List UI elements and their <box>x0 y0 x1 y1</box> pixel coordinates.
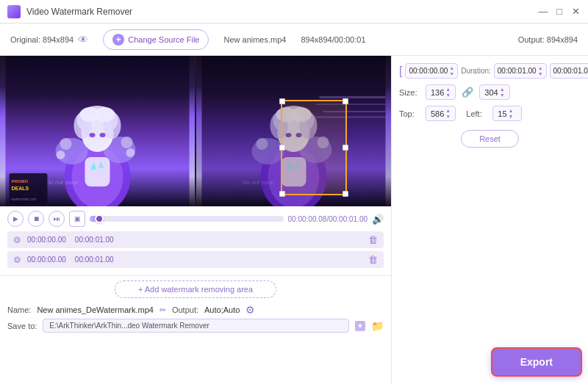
svg-point-15 <box>95 107 115 122</box>
save-path-dropdown[interactable]: ▼ <box>355 321 365 331</box>
width-input[interactable]: 136 ▲ ▼ <box>426 84 456 100</box>
right-panel-spacer <box>398 153 582 341</box>
duration-up[interactable]: ▲ <box>538 65 543 70</box>
mark-button[interactable]: ▣ <box>69 211 85 227</box>
start-time-up[interactable]: ▲ <box>449 65 454 70</box>
width-value: 136 <box>431 88 444 97</box>
time-range-row: [ 00:00:00.00 ▲ ▼ Duration: 00:00:01.00 … <box>398 63 582 79</box>
export-button[interactable]: Export <box>491 347 582 377</box>
track-end-1: 00:00:01.00 <box>75 236 114 244</box>
left-spinner[interactable]: ▲ ▼ <box>509 108 514 119</box>
original-video-panel[interactable]: Do not steal PROMO DEALS watermark.com <box>0 56 195 206</box>
svg-point-7 <box>57 151 65 159</box>
stop-button[interactable]: ⏹ <box>28 211 44 227</box>
end-time-input[interactable]: 00:00:01.00 ▲ ▼ <box>550 63 588 79</box>
top-input[interactable]: 586 ▲ ▼ <box>426 106 456 121</box>
left-input[interactable]: 15 ▲ ▼ <box>492 106 522 121</box>
resize-handle-br[interactable] <box>343 191 348 197</box>
start-time-input[interactable]: 00:00:00.00 ▲ ▼ <box>405 63 458 79</box>
duration-spinner[interactable]: ▲ ▼ <box>538 65 543 76</box>
svg-point-17 <box>100 133 106 137</box>
output-settings-icon[interactable]: ⚙ <box>245 304 255 316</box>
left-label: Left: <box>466 109 488 118</box>
output-value: Auto;Auto <box>204 305 240 314</box>
app-icon <box>7 5 21 18</box>
height-input[interactable]: 304 ▲ ▼ <box>479 84 509 100</box>
play-button[interactable]: ▶ <box>7 211 24 227</box>
file-name-value: New animes_DeWatermark.mp4 <box>37 305 154 314</box>
left-up[interactable]: ▲ <box>509 108 514 113</box>
reset-button[interactable]: Reset <box>461 130 519 148</box>
original-video-svg: Do not steal PROMO DEALS watermark.com <box>0 56 195 206</box>
bottom-bar: + Add watermark removing area Name: New … <box>0 275 391 337</box>
track-delete-2[interactable]: 🗑 <box>368 254 378 265</box>
next-frame-button[interactable]: ⏭ <box>49 211 65 227</box>
top-spinner[interactable]: ▲ ▼ <box>445 108 451 119</box>
svg-text:watermark.com: watermark.com <box>12 197 37 201</box>
progress-bar[interactable] <box>90 216 284 222</box>
save-row: Save to: E:\ArkThinker\ArkThin...deo Wat… <box>7 319 384 333</box>
resize-handle-ml[interactable] <box>279 145 285 151</box>
svg-text:Do not steal: Do not steal <box>243 179 274 186</box>
track-delete-1[interactable]: 🗑 <box>368 234 378 245</box>
position-row: Top: 586 ▲ ▼ Left: 15 ▲ ▼ <box>398 106 582 121</box>
duration-label: Duration: <box>461 67 491 75</box>
left-value: 15 <box>498 109 506 118</box>
main-toolbar: Original: 894x894 👁 + Change Source File… <box>0 23 588 56</box>
svg-text:Do not steal: Do not steal <box>46 179 78 186</box>
right-panel: [ 00:00:00.00 ▲ ▼ Duration: 00:00:01.00 … <box>391 56 588 384</box>
resize-handle-tl[interactable] <box>279 98 285 104</box>
svg-text:PROMO: PROMO <box>12 179 29 184</box>
progress-thumb[interactable] <box>95 214 104 223</box>
add-watermark-area-button[interactable]: + Add watermark removing area <box>115 280 276 298</box>
height-spinner[interactable]: ▲ ▼ <box>500 87 505 98</box>
volume-icon[interactable]: 🔊 <box>372 214 384 225</box>
bracket-open: [ <box>399 65 402 78</box>
maximize-button[interactable]: □ <box>554 7 564 17</box>
resize-handle-tr[interactable] <box>343 98 348 104</box>
edit-filename-icon[interactable]: ✏ <box>159 305 166 315</box>
start-time-down[interactable]: ▼ <box>449 71 454 76</box>
track-row: ⚙ 00:00:00.00 00:00:01.00 🗑 <box>7 231 384 248</box>
filename-label: New animes.mp4 <box>223 35 286 44</box>
svg-text:DEALS: DEALS <box>12 186 29 191</box>
height-down[interactable]: ▼ <box>500 93 505 98</box>
track-end-2: 00:00:01.00 <box>75 256 114 264</box>
original-label: Original: 894x894 <box>10 35 74 44</box>
timeline-area: ▶ ⏹ ⏭ ▣ 00:00:00.08/00:00:01.00 🔊 ⚙ <box>0 206 391 275</box>
output-video-panel[interactable]: Do not steal <box>196 56 391 206</box>
duration-input[interactable]: 00:00:01.00 ▲ ▼ <box>494 63 547 79</box>
open-folder-icon[interactable]: 📁 <box>371 320 384 332</box>
svg-point-30 <box>257 138 268 150</box>
height-up[interactable]: ▲ <box>500 87 505 92</box>
top-down[interactable]: ▼ <box>445 114 451 119</box>
selection-box[interactable] <box>281 100 347 195</box>
current-time: 00:00:00.08 <box>288 215 327 223</box>
add-area-label: + Add watermark removing area <box>138 285 253 294</box>
meta-label: 894x894/00:00:01 <box>301 35 365 44</box>
link-dimensions-icon[interactable]: 🔗 <box>462 87 473 98</box>
svg-point-5 <box>60 138 72 150</box>
change-source-button[interactable]: + Change Source File <box>103 29 209 50</box>
start-time-spinner[interactable]: ▲ ▼ <box>449 65 454 76</box>
start-time-value: 00:00:00.00 <box>409 67 448 75</box>
watermark-track-icon-2: ⚙ <box>13 255 21 265</box>
width-down[interactable]: ▼ <box>445 93 451 98</box>
resize-handle-mr[interactable] <box>343 145 348 151</box>
resize-handle-bl[interactable] <box>279 191 285 197</box>
width-up[interactable]: ▲ <box>445 87 451 92</box>
top-value: 586 <box>431 109 444 118</box>
left-down[interactable]: ▼ <box>509 114 514 119</box>
titlebar: Video Watermark Remover — □ ✕ <box>0 0 588 23</box>
svg-point-8 <box>126 148 135 157</box>
close-button[interactable]: ✕ <box>570 7 581 17</box>
top-up[interactable]: ▲ <box>445 108 451 113</box>
track-start-1: 00:00:00.00 <box>27 236 66 244</box>
svg-point-6 <box>121 137 133 148</box>
duration-down[interactable]: ▼ <box>538 71 543 76</box>
eye-icon[interactable]: 👁 <box>78 34 88 46</box>
minimize-button[interactable]: — <box>538 7 548 17</box>
plus-circle-icon: + <box>112 34 124 46</box>
time-display: 00:00:00.08/00:00:01.00 <box>288 215 368 223</box>
width-spinner[interactable]: ▲ ▼ <box>445 87 451 98</box>
